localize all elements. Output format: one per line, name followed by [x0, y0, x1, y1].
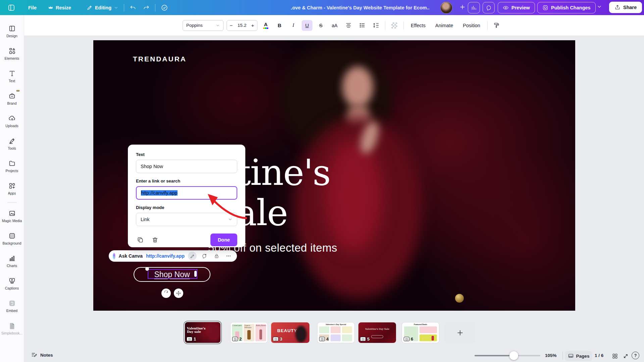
font-size-stepper: − 15.2 + — [227, 20, 257, 31]
undo-button[interactable] — [126, 2, 140, 13]
page-thumbnail-5[interactable]: Valentine's Day Sale 5 — [358, 322, 396, 343]
link-editor-popup: Text Enter a link or search http://canvi… — [128, 145, 245, 247]
brand-logo[interactable]: TRENDAURA — [133, 55, 187, 63]
text-selection-box[interactable] — [148, 269, 197, 279]
zoom-level[interactable]: 105% — [545, 353, 557, 358]
sidebar-item-elements[interactable]: Elements — [1, 43, 23, 64]
spacing-button[interactable] — [370, 20, 381, 31]
bold-button[interactable]: B — [274, 20, 285, 31]
photo-icon — [234, 338, 237, 341]
animate-button[interactable]: Animate — [432, 23, 456, 28]
sidebar-item-simplebook[interactable]: Simplebook... — [1, 318, 23, 339]
pages-view-button[interactable]: Pages — [565, 351, 592, 361]
sidebar-item-apps[interactable]: Apps — [1, 178, 23, 199]
preview-button[interactable]: Preview — [498, 2, 535, 13]
editing-mode-menu[interactable]: Editing — [83, 3, 122, 13]
transparency-button[interactable] — [389, 20, 400, 31]
file-menu[interactable]: File — [25, 3, 40, 12]
more-options-button[interactable] — [224, 252, 233, 260]
link-field-label: Enter a link or search — [136, 178, 237, 184]
rotate-button[interactable] — [161, 289, 171, 298]
display-mode-label: Display mode — [136, 205, 237, 210]
invite-members-button[interactable] — [456, 2, 469, 12]
canva-home-button[interactable] — [4, 2, 19, 14]
delete-link-button[interactable] — [151, 236, 159, 244]
sidebar-item-captions[interactable]: Captions — [1, 273, 23, 294]
charts-icon — [8, 255, 16, 262]
page-thumbnail-6[interactable]: Featured Deals 6 — [402, 322, 439, 343]
done-button[interactable]: Done — [210, 234, 237, 246]
save-status-button[interactable] — [157, 2, 171, 13]
photo-icon — [361, 338, 365, 341]
fullscreen-button[interactable] — [622, 352, 630, 360]
toolbar-divider — [385, 21, 385, 30]
page-thumbnail-4[interactable]: Valentine's Day Special 4 — [317, 322, 354, 343]
share-button[interactable]: Share — [609, 2, 642, 13]
link-input[interactable]: http://canvify.app — [136, 186, 237, 200]
page-thumbnail-2[interactable]: L'oreal paris Organic Shampoo Bobby Brow… — [231, 322, 267, 343]
resize-menu[interactable]: Resize — [45, 3, 75, 12]
duplicate-link-button[interactable] — [136, 236, 145, 244]
comment-bubble-icon — [486, 5, 492, 11]
sidebar-item-charts[interactable]: Charts — [1, 250, 23, 272]
font-size-increase[interactable]: + — [248, 20, 257, 31]
text-cursor-handle[interactable] — [194, 271, 197, 277]
text-color-button[interactable]: A — [260, 20, 271, 31]
insights-button[interactable] — [468, 2, 480, 13]
alignment-button[interactable] — [343, 20, 354, 31]
list-button[interactable] — [357, 20, 367, 31]
sidebar-item-brand[interactable]: Brand — [1, 88, 23, 109]
sidebar-item-projects[interactable]: Projects — [1, 155, 23, 177]
add-page-button[interactable] — [444, 322, 476, 343]
sidebar-item-text[interactable]: Text — [1, 65, 23, 87]
sidebar-item-embed[interactable]: Embed — [1, 295, 23, 317]
photo-icon — [405, 338, 408, 341]
chevron-down-icon — [597, 4, 602, 9]
design-title[interactable]: Love & Charm - Valentine's Day Website T… — [291, 0, 429, 15]
comments-button[interactable] — [483, 2, 495, 13]
text-case-button[interactable]: aA — [329, 20, 340, 31]
sidebar-item-magic-media[interactable]: Magic Media — [1, 205, 23, 227]
copy-style-button[interactable] — [491, 20, 502, 31]
move-button[interactable] — [174, 289, 183, 298]
magic-media-icon — [8, 210, 16, 217]
edit-link-button[interactable] — [188, 252, 197, 260]
font-size-value[interactable]: 15.2 — [236, 23, 248, 28]
crown-badge-icon — [16, 89, 20, 93]
sidebar-item-background[interactable]: Background — [1, 228, 23, 249]
sidebar-item-tools[interactable]: Tools — [1, 133, 23, 154]
publish-options-chevron[interactable] — [593, 2, 605, 11]
avatar[interactable] — [440, 2, 452, 14]
zoom-slider-thumb[interactable] — [509, 351, 518, 360]
sidebar-item-design[interactable]: Design — [1, 20, 23, 42]
help-button[interactable]: ? — [632, 352, 639, 359]
lock-button[interactable] — [212, 252, 221, 260]
publish-changes-button[interactable]: Publish Changes — [537, 2, 596, 13]
resize-menu-label: Resize — [56, 5, 71, 10]
ask-canva-button[interactable]: Ask Canva — [119, 253, 143, 259]
page-thumbnail-1-selected[interactable]: Valentine's Day sale 1 — [184, 321, 222, 344]
simplebook-icon — [8, 322, 16, 329]
button-text-input[interactable] — [136, 160, 237, 173]
model-face — [342, 66, 373, 107]
notes-button[interactable]: Notes — [31, 352, 53, 358]
plus-icon — [456, 329, 464, 337]
sidebar-item-uploads[interactable]: Uploads — [1, 110, 23, 132]
page-thumbnail-3[interactable]: BEAUTY 3 — [271, 322, 309, 343]
captions-icon — [8, 277, 16, 285]
italic-button[interactable]: I — [288, 20, 299, 31]
underline-button[interactable]: U — [302, 20, 312, 31]
font-family-select[interactable]: Poppins — [183, 20, 224, 31]
strikethrough-button[interactable]: S — [315, 20, 326, 31]
effects-button[interactable]: Effects — [407, 23, 429, 28]
position-button[interactable]: Position — [459, 23, 484, 28]
selection-handle[interactable] — [145, 267, 149, 271]
font-size-decrease[interactable]: − — [227, 20, 236, 31]
add-comment-button[interactable] — [200, 252, 209, 260]
display-mode-select[interactable]: Link — [136, 213, 237, 226]
notes-icon — [31, 352, 38, 358]
element-link-url[interactable]: http://canvify.app — [146, 253, 185, 259]
redo-button[interactable] — [140, 2, 153, 13]
grid-view-button[interactable] — [611, 352, 619, 360]
help-glyph: ? — [634, 353, 637, 358]
